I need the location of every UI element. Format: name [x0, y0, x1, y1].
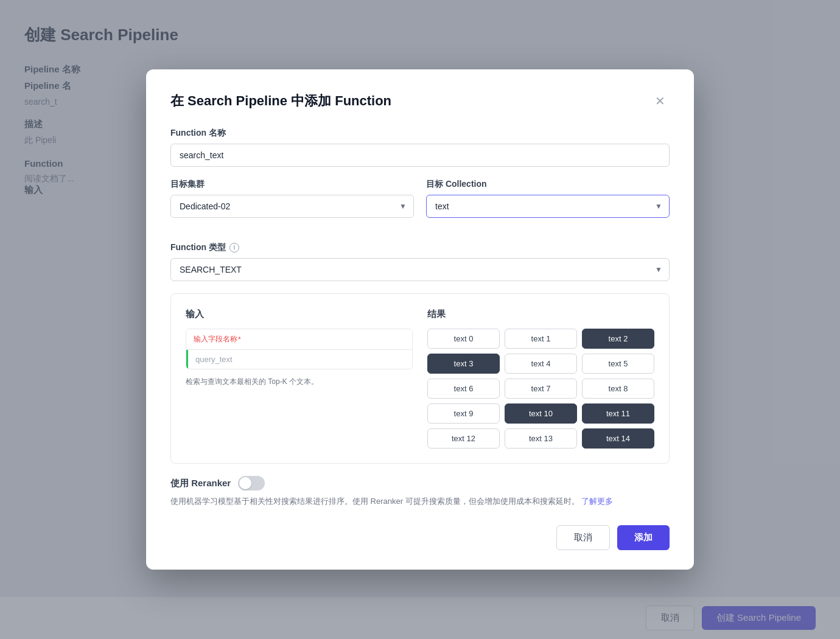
target-collection-wrapper: text ▼ — [426, 195, 670, 218]
result-chip-11[interactable]: text 11 — [582, 403, 654, 424]
modal-footer: 取消 添加 — [170, 525, 670, 550]
cluster-collection-row: 目标集群 Dedicated-02 ▼ 目标 Collection text ▼ — [170, 179, 670, 230]
close-button[interactable]: ✕ — [650, 91, 670, 111]
input-field-value: query_text — [186, 350, 412, 369]
result-chip-12[interactable]: text 12 — [427, 428, 500, 449]
result-chip-0[interactable]: text 0 — [427, 329, 500, 349]
function-name-input[interactable] — [170, 144, 670, 167]
function-name-label: Function 名称 — [170, 128, 670, 139]
function-type-wrapper: SEARCH_TEXT ▼ — [170, 258, 670, 281]
reranker-learn-more-link[interactable]: 了解更多 — [581, 497, 613, 506]
target-cluster-wrapper: Dedicated-02 ▼ — [170, 195, 414, 218]
input-desc: 检索与查询文本最相关的 Top-K 个文本。 — [186, 377, 413, 387]
add-function-modal: 在 Search Pipeline 中添加 Function ✕ Functio… — [146, 69, 694, 570]
modal-title: 在 Search Pipeline 中添加 Function — [170, 92, 391, 110]
toggle-knob — [239, 477, 251, 489]
result-chip-6[interactable]: text 6 — [427, 379, 500, 399]
function-name-section: Function 名称 — [170, 128, 670, 167]
target-collection-label: 目标 Collection — [426, 179, 670, 190]
function-info-card: 输入 输入字段名称 query_text 检索与查询文本最相关的 Top-K 个… — [170, 293, 670, 464]
function-type-section: Function 类型 i SEARCH_TEXT ▼ — [170, 242, 670, 281]
function-type-label: Function 类型 i — [170, 242, 670, 253]
result-chip-3[interactable]: text 3 — [427, 354, 500, 374]
target-cluster-section: 目标集群 Dedicated-02 ▼ — [170, 179, 414, 218]
target-cluster-label: 目标集群 — [170, 179, 414, 190]
input-side: 输入 输入字段名称 query_text 检索与查询文本最相关的 Top-K 个… — [186, 309, 413, 449]
result-chip-2[interactable]: text 2 — [582, 329, 654, 349]
target-cluster-select[interactable]: Dedicated-02 — [170, 195, 414, 218]
function-type-select[interactable]: SEARCH_TEXT — [170, 258, 670, 281]
close-icon: ✕ — [655, 94, 665, 108]
add-button[interactable]: 添加 — [617, 525, 670, 550]
result-side: 结果 text 0text 1text 2text 3text 4text 5t… — [427, 309, 654, 449]
function-type-info-icon[interactable]: i — [229, 243, 239, 253]
modal-header: 在 Search Pipeline 中添加 Function ✕ — [170, 91, 670, 111]
input-field-box: 输入字段名称 query_text — [186, 329, 413, 369]
result-chip-7[interactable]: text 7 — [505, 379, 577, 399]
target-collection-section: 目标 Collection text ▼ — [426, 179, 670, 218]
result-chip-9[interactable]: text 9 — [427, 403, 500, 424]
reranker-section: 使用 Reranker 使用机器学习模型基于相关性对搜索结果进行排序。使用 Re… — [170, 476, 670, 508]
result-chip-10[interactable]: text 10 — [505, 403, 577, 424]
result-chip-4[interactable]: text 4 — [505, 354, 577, 374]
input-field-label: 输入字段名称 — [186, 329, 412, 350]
reranker-title-row: 使用 Reranker — [170, 476, 670, 491]
result-chip-5[interactable]: text 5 — [582, 354, 654, 374]
target-collection-select[interactable]: text — [426, 195, 670, 218]
reranker-toggle[interactable] — [238, 476, 265, 491]
result-chip-8[interactable]: text 8 — [582, 379, 654, 399]
result-grid: text 0text 1text 2text 3text 4text 5text… — [427, 329, 654, 449]
result-chip-14[interactable]: text 14 — [582, 428, 654, 449]
cancel-button[interactable]: 取消 — [556, 525, 610, 550]
result-chip-1[interactable]: text 1 — [505, 329, 577, 349]
input-section-title: 输入 — [186, 309, 413, 320]
reranker-desc: 使用机器学习模型基于相关性对搜索结果进行排序。使用 Reranker 可提升搜索… — [170, 495, 670, 508]
modal-overlay: 在 Search Pipeline 中添加 Function ✕ Functio… — [0, 0, 840, 639]
result-chip-13[interactable]: text 13 — [505, 428, 577, 449]
reranker-label: 使用 Reranker — [170, 478, 231, 489]
result-section-title: 结果 — [427, 309, 654, 320]
